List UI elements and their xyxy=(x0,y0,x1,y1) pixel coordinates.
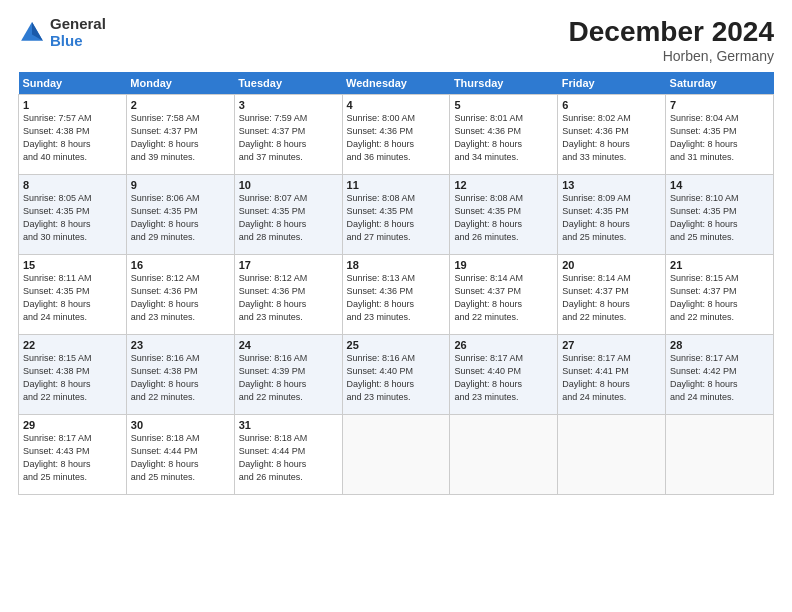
table-row: 13 Sunrise: 8:09 AMSunset: 4:35 PMDaylig… xyxy=(558,175,666,255)
day-info: Sunrise: 8:17 AMSunset: 4:42 PMDaylight:… xyxy=(670,353,739,402)
day-number: 19 xyxy=(454,259,553,271)
day-number: 14 xyxy=(670,179,769,191)
day-info: Sunrise: 7:59 AMSunset: 4:37 PMDaylight:… xyxy=(239,113,308,162)
day-info: Sunrise: 8:12 AMSunset: 4:36 PMDaylight:… xyxy=(131,273,200,322)
day-info: Sunrise: 8:18 AMSunset: 4:44 PMDaylight:… xyxy=(239,433,308,482)
table-row: 2 Sunrise: 7:58 AMSunset: 4:37 PMDayligh… xyxy=(126,95,234,175)
day-number: 15 xyxy=(23,259,122,271)
day-info: Sunrise: 8:15 AMSunset: 4:38 PMDaylight:… xyxy=(23,353,92,402)
day-info: Sunrise: 8:17 AMSunset: 4:40 PMDaylight:… xyxy=(454,353,523,402)
day-info: Sunrise: 8:16 AMSunset: 4:39 PMDaylight:… xyxy=(239,353,308,402)
table-row xyxy=(558,415,666,495)
day-info: Sunrise: 8:17 AMSunset: 4:41 PMDaylight:… xyxy=(562,353,631,402)
table-row: 19 Sunrise: 8:14 AMSunset: 4:37 PMDaylig… xyxy=(450,255,558,335)
table-row: 1 Sunrise: 7:57 AMSunset: 4:38 PMDayligh… xyxy=(19,95,127,175)
day-number: 30 xyxy=(131,419,230,431)
logo: General Blue xyxy=(18,16,106,49)
table-row: 17 Sunrise: 8:12 AMSunset: 4:36 PMDaylig… xyxy=(234,255,342,335)
day-info: Sunrise: 7:57 AMSunset: 4:38 PMDaylight:… xyxy=(23,113,92,162)
table-row: 15 Sunrise: 8:11 AMSunset: 4:35 PMDaylig… xyxy=(19,255,127,335)
table-row: 29 Sunrise: 8:17 AMSunset: 4:43 PMDaylig… xyxy=(19,415,127,495)
table-row: 11 Sunrise: 8:08 AMSunset: 4:35 PMDaylig… xyxy=(342,175,450,255)
calendar-subtitle: Horben, Germany xyxy=(569,48,774,64)
table-row: 12 Sunrise: 8:08 AMSunset: 4:35 PMDaylig… xyxy=(450,175,558,255)
day-number: 1 xyxy=(23,99,122,111)
day-info: Sunrise: 8:17 AMSunset: 4:43 PMDaylight:… xyxy=(23,433,92,482)
day-info: Sunrise: 8:15 AMSunset: 4:37 PMDaylight:… xyxy=(670,273,739,322)
day-info: Sunrise: 8:08 AMSunset: 4:35 PMDaylight:… xyxy=(454,193,523,242)
day-info: Sunrise: 8:06 AMSunset: 4:35 PMDaylight:… xyxy=(131,193,200,242)
table-row: 5 Sunrise: 8:01 AMSunset: 4:36 PMDayligh… xyxy=(450,95,558,175)
calendar-table: Sunday Monday Tuesday Wednesday Thursday… xyxy=(18,72,774,495)
day-number: 18 xyxy=(347,259,446,271)
day-number: 26 xyxy=(454,339,553,351)
table-row: 6 Sunrise: 8:02 AMSunset: 4:36 PMDayligh… xyxy=(558,95,666,175)
day-number: 21 xyxy=(670,259,769,271)
day-number: 31 xyxy=(239,419,338,431)
day-info: Sunrise: 8:02 AMSunset: 4:36 PMDaylight:… xyxy=(562,113,631,162)
day-info: Sunrise: 8:05 AMSunset: 4:35 PMDaylight:… xyxy=(23,193,92,242)
day-info: Sunrise: 8:10 AMSunset: 4:35 PMDaylight:… xyxy=(670,193,739,242)
day-number: 16 xyxy=(131,259,230,271)
day-number: 3 xyxy=(239,99,338,111)
day-number: 28 xyxy=(670,339,769,351)
table-row: 3 Sunrise: 7:59 AMSunset: 4:37 PMDayligh… xyxy=(234,95,342,175)
day-number: 27 xyxy=(562,339,661,351)
table-row: 31 Sunrise: 8:18 AMSunset: 4:44 PMDaylig… xyxy=(234,415,342,495)
calendar-week-row: 8 Sunrise: 8:05 AMSunset: 4:35 PMDayligh… xyxy=(19,175,774,255)
header: General Blue December 2024 Horben, Germa… xyxy=(18,16,774,64)
table-row: 24 Sunrise: 8:16 AMSunset: 4:39 PMDaylig… xyxy=(234,335,342,415)
table-row: 30 Sunrise: 8:18 AMSunset: 4:44 PMDaylig… xyxy=(126,415,234,495)
calendar-header-row: Sunday Monday Tuesday Wednesday Thursday… xyxy=(19,72,774,95)
table-row: 7 Sunrise: 8:04 AMSunset: 4:35 PMDayligh… xyxy=(666,95,774,175)
table-row: 26 Sunrise: 8:17 AMSunset: 4:40 PMDaylig… xyxy=(450,335,558,415)
day-number: 8 xyxy=(23,179,122,191)
day-info: Sunrise: 8:12 AMSunset: 4:36 PMDaylight:… xyxy=(239,273,308,322)
day-info: Sunrise: 8:16 AMSunset: 4:40 PMDaylight:… xyxy=(347,353,416,402)
calendar-title: December 2024 xyxy=(569,16,774,48)
table-row: 16 Sunrise: 8:12 AMSunset: 4:36 PMDaylig… xyxy=(126,255,234,335)
col-thursday: Thursday xyxy=(450,72,558,95)
day-number: 29 xyxy=(23,419,122,431)
day-info: Sunrise: 8:01 AMSunset: 4:36 PMDaylight:… xyxy=(454,113,523,162)
day-number: 20 xyxy=(562,259,661,271)
day-number: 13 xyxy=(562,179,661,191)
table-row xyxy=(666,415,774,495)
day-info: Sunrise: 8:09 AMSunset: 4:35 PMDaylight:… xyxy=(562,193,631,242)
day-number: 23 xyxy=(131,339,230,351)
calendar-week-row: 22 Sunrise: 8:15 AMSunset: 4:38 PMDaylig… xyxy=(19,335,774,415)
day-number: 10 xyxy=(239,179,338,191)
day-number: 11 xyxy=(347,179,446,191)
table-row: 27 Sunrise: 8:17 AMSunset: 4:41 PMDaylig… xyxy=(558,335,666,415)
table-row: 4 Sunrise: 8:00 AMSunset: 4:36 PMDayligh… xyxy=(342,95,450,175)
table-row: 21 Sunrise: 8:15 AMSunset: 4:37 PMDaylig… xyxy=(666,255,774,335)
day-number: 22 xyxy=(23,339,122,351)
calendar-week-row: 1 Sunrise: 7:57 AMSunset: 4:38 PMDayligh… xyxy=(19,95,774,175)
day-info: Sunrise: 8:11 AMSunset: 4:35 PMDaylight:… xyxy=(23,273,92,322)
day-info: Sunrise: 8:08 AMSunset: 4:35 PMDaylight:… xyxy=(347,193,416,242)
col-tuesday: Tuesday xyxy=(234,72,342,95)
day-number: 9 xyxy=(131,179,230,191)
col-friday: Friday xyxy=(558,72,666,95)
title-block: December 2024 Horben, Germany xyxy=(569,16,774,64)
day-number: 2 xyxy=(131,99,230,111)
table-row: 20 Sunrise: 8:14 AMSunset: 4:37 PMDaylig… xyxy=(558,255,666,335)
day-number: 4 xyxy=(347,99,446,111)
day-number: 17 xyxy=(239,259,338,271)
table-row xyxy=(342,415,450,495)
day-info: Sunrise: 8:13 AMSunset: 4:36 PMDaylight:… xyxy=(347,273,416,322)
day-number: 5 xyxy=(454,99,553,111)
calendar-page: General Blue December 2024 Horben, Germa… xyxy=(0,0,792,612)
day-info: Sunrise: 8:16 AMSunset: 4:38 PMDaylight:… xyxy=(131,353,200,402)
day-info: Sunrise: 8:00 AMSunset: 4:36 PMDaylight:… xyxy=(347,113,416,162)
col-saturday: Saturday xyxy=(666,72,774,95)
col-wednesday: Wednesday xyxy=(342,72,450,95)
logo-icon xyxy=(18,19,46,47)
day-info: Sunrise: 8:14 AMSunset: 4:37 PMDaylight:… xyxy=(454,273,523,322)
col-monday: Monday xyxy=(126,72,234,95)
table-row: 28 Sunrise: 8:17 AMSunset: 4:42 PMDaylig… xyxy=(666,335,774,415)
table-row: 9 Sunrise: 8:06 AMSunset: 4:35 PMDayligh… xyxy=(126,175,234,255)
table-row: 18 Sunrise: 8:13 AMSunset: 4:36 PMDaylig… xyxy=(342,255,450,335)
day-info: Sunrise: 8:07 AMSunset: 4:35 PMDaylight:… xyxy=(239,193,308,242)
table-row: 25 Sunrise: 8:16 AMSunset: 4:40 PMDaylig… xyxy=(342,335,450,415)
